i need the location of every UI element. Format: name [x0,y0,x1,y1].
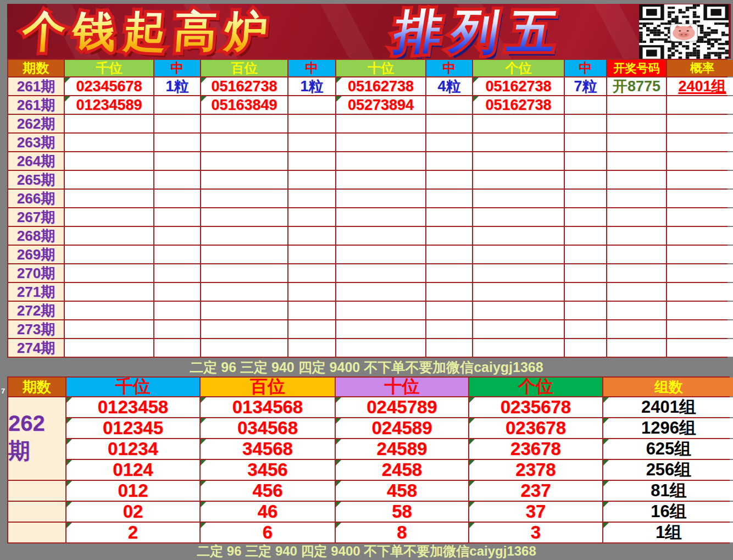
t1-shi-cell[interactable] [336,134,425,151]
t1-qian-cell[interactable] [65,264,153,282]
t1-header-hundreds[interactable]: 百位 [201,60,287,76]
t2-header-tens[interactable]: 十位 [336,378,468,396]
t1-ge_hit-cell[interactable] [565,208,606,226]
t1-ge-cell[interactable] [473,264,564,282]
t1-period-cell[interactable]: 267期 [8,208,64,226]
t1-ge-cell[interactable] [473,320,564,338]
t1-qian_hit-cell[interactable] [154,115,200,132]
t1-qian_hit-cell[interactable] [154,264,200,282]
t1-shi_hit-cell[interactable] [426,96,472,114]
t1-prob-cell[interactable] [667,115,733,132]
t1-draw-cell[interactable] [607,264,666,282]
t1-qian-cell[interactable] [65,246,153,263]
t1-draw-cell[interactable] [607,339,666,357]
t1-qian_hit-cell[interactable] [154,320,200,338]
t1-qian-cell[interactable]: 01234589 [65,96,153,114]
t1-ge-cell[interactable] [473,208,564,226]
t1-bai-cell[interactable] [201,227,287,245]
t1-qian_hit-cell[interactable] [154,283,200,301]
t1-draw-cell[interactable]: 开8775 [607,77,666,95]
t1-qian-cell[interactable] [65,283,153,301]
t1-prob-cell[interactable] [667,208,733,226]
t1-shi_hit-cell[interactable] [426,208,472,226]
t1-period-cell[interactable]: 261期 [8,96,64,114]
t1-qian-cell[interactable] [65,208,153,226]
t1-bai-cell[interactable]: 05162738 [201,77,287,95]
t1-draw-cell[interactable] [607,246,666,263]
t1-shi-cell[interactable] [336,115,425,132]
t1-bai_hit-cell[interactable]: 1粒 [288,77,335,95]
t1-shi_hit-cell[interactable] [426,320,472,338]
t1-qian-cell[interactable] [65,320,153,338]
t1-ge-cell[interactable]: 05162738 [473,77,564,95]
t1-draw-cell[interactable] [607,208,666,226]
t1-ge_hit-cell[interactable] [565,320,606,338]
t1-shi_hit-cell[interactable] [426,227,472,245]
t1-ge-cell[interactable] [473,302,564,319]
t1-header-units[interactable]: 个位 [473,60,564,76]
t1-draw-cell[interactable] [607,115,666,132]
t1-bai-cell[interactable] [201,339,287,357]
t2-groups-cell[interactable]: 256组 [603,460,733,480]
t2-digits-cell[interactable]: 58 [336,502,468,522]
t1-period-cell[interactable]: 268期 [8,227,64,245]
t1-prob-cell[interactable] [667,227,733,245]
t1-bai_hit-cell[interactable] [288,264,335,282]
t2-period-empty-cell[interactable] [8,481,65,501]
t1-bai_hit-cell[interactable] [288,320,335,338]
t1-bai-cell[interactable] [201,246,287,263]
t2-digits-cell[interactable]: 8 [336,523,468,542]
t1-shi-cell[interactable] [336,190,425,207]
t2-digits-cell[interactable]: 458 [336,481,468,501]
t1-header-hit-1[interactable]: 中 [154,60,200,76]
t1-draw-cell[interactable] [607,190,666,207]
t2-header-units[interactable]: 个位 [469,378,602,396]
t2-digits-cell[interactable]: 2 [66,523,199,542]
t1-period-cell[interactable]: 266期 [8,190,64,207]
t1-bai_hit-cell[interactable] [288,115,335,132]
t1-shi_hit-cell[interactable] [426,190,472,207]
t2-digits-cell[interactable]: 023678 [469,418,602,438]
t1-ge_hit-cell[interactable]: 7粒 [565,77,606,95]
t2-digits-cell[interactable]: 0124 [66,460,199,480]
t2-digits-cell[interactable]: 0235678 [469,397,602,417]
t1-qian-cell[interactable] [65,302,153,319]
t2-digits-cell[interactable]: 3 [469,523,602,542]
t1-header-period[interactable]: 期数 [8,60,64,76]
t2-digits-cell[interactable]: 23678 [469,439,602,459]
t1-header-draw[interactable]: 开奖号码 [607,60,666,76]
t1-ge_hit-cell[interactable] [565,283,606,301]
t2-digits-cell[interactable]: 237 [469,481,602,501]
t1-shi_hit-cell[interactable] [426,302,472,319]
t2-digits-cell[interactable]: 02 [66,502,199,522]
t1-qian_hit-cell[interactable] [154,96,200,114]
t2-digits-cell[interactable]: 012345 [66,418,199,438]
t2-digits-cell[interactable]: 456 [201,481,335,501]
t1-qian_hit-cell[interactable] [154,339,200,357]
t2-digits-cell[interactable]: 6 [201,523,335,542]
t1-ge_hit-cell[interactable] [565,171,606,188]
t1-bai_hit-cell[interactable] [288,190,335,207]
t1-ge-cell[interactable] [473,190,564,207]
t1-shi_hit-cell[interactable] [426,171,472,188]
t1-header-thousands[interactable]: 千位 [65,60,153,76]
t1-ge_hit-cell[interactable] [565,134,606,151]
t2-digits-cell[interactable]: 37 [469,502,602,522]
t1-shi-cell[interactable]: 05162738 [336,77,425,95]
t1-qian_hit-cell[interactable] [154,152,200,170]
t2-digits-cell[interactable]: 24589 [336,439,468,459]
t1-qian-cell[interactable]: 02345678 [65,77,153,95]
t1-qian-cell[interactable] [65,115,153,132]
t2-digits-cell[interactable]: 0123458 [66,397,199,417]
t1-ge_hit-cell[interactable] [565,115,606,132]
t1-qian-cell[interactable] [65,171,153,188]
t2-groups-cell[interactable]: 1296组 [603,418,733,438]
t1-shi_hit-cell[interactable] [426,115,472,132]
t2-period-empty-cell[interactable] [8,502,65,522]
t1-bai-cell[interactable] [201,152,287,170]
t1-period-cell[interactable]: 262期 [8,115,64,132]
t1-prob-cell[interactable] [667,96,733,114]
t1-shi-cell[interactable] [336,171,425,188]
t2-header-period[interactable]: 期数 [8,378,65,396]
t2-period-empty-cell[interactable] [8,523,65,542]
